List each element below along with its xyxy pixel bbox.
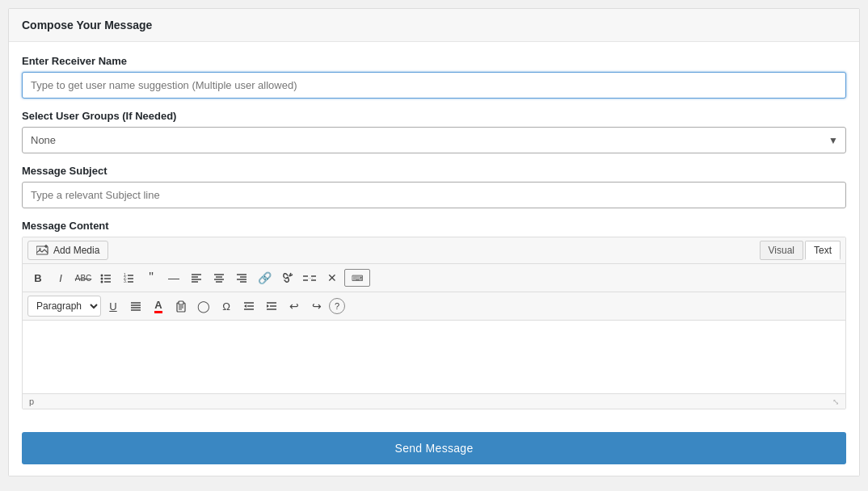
- add-media-icon: [36, 245, 49, 256]
- bold-button[interactable]: B: [27, 267, 48, 288]
- indent-button[interactable]: [261, 296, 282, 317]
- svg-point-8: [101, 281, 103, 283]
- paste-as-text-button[interactable]: [171, 296, 192, 317]
- receiver-group: Enter Receiver Name: [22, 55, 846, 99]
- blockquote-button[interactable]: ": [141, 267, 162, 288]
- compose-panel: Compose Your Message Enter Receiver Name…: [8, 8, 860, 476]
- editor-status-bar: p ⤡: [23, 393, 845, 409]
- text-color-button[interactable]: A: [148, 296, 169, 317]
- editor-content-area[interactable]: [23, 321, 845, 393]
- paragraph-select[interactable]: Paragraph: [27, 296, 101, 317]
- editor-container: Add Media Visual Text B I ABC: [22, 237, 846, 409]
- align-left-icon: [191, 273, 202, 283]
- tab-visual[interactable]: Visual: [760, 241, 803, 260]
- groups-select-wrapper: None ▼: [22, 127, 846, 153]
- strikethrough-button[interactable]: ABC: [73, 267, 94, 288]
- unordered-list-button[interactable]: [95, 267, 116, 288]
- readmore-icon: …: [302, 273, 317, 283]
- editor-tag: p: [29, 397, 34, 406]
- groups-label: Select User Groups (If Needed): [22, 110, 846, 122]
- svg-point-4: [101, 275, 103, 277]
- horizontal-rule-button[interactable]: —: [163, 267, 184, 288]
- add-media-label: Add Media: [53, 245, 99, 256]
- toolbar-row-1: B I ABC 1.2.3. " —: [23, 264, 845, 292]
- justify-icon: [130, 301, 141, 311]
- outdent-button[interactable]: [238, 296, 259, 317]
- tab-text[interactable]: Text: [805, 241, 841, 260]
- paste-icon: [175, 300, 187, 313]
- toolbar-row-2: Paragraph U A ◯ Ω: [23, 292, 845, 321]
- page-wrapper: Compose Your Message Enter Receiver Name…: [0, 0, 868, 491]
- unordered-list-icon: [100, 272, 112, 283]
- special-char-button[interactable]: Ω: [216, 296, 237, 317]
- visual-text-tabs: Visual Text: [760, 241, 841, 260]
- compose-title: Compose Your Message: [22, 19, 846, 31]
- content-group: Message Content: [22, 220, 846, 409]
- svg-text:…: …: [309, 275, 314, 279]
- toolbar-toggle-button[interactable]: ✕: [322, 267, 343, 288]
- compose-body: Enter Receiver Name Select User Groups (…: [9, 42, 859, 409]
- groups-group: Select User Groups (If Needed) None ▼: [22, 110, 846, 153]
- align-center-button[interactable]: [209, 267, 230, 288]
- undo-button[interactable]: ↩: [284, 296, 305, 317]
- indent-icon: [266, 301, 277, 311]
- groups-select[interactable]: None: [22, 127, 846, 153]
- italic-button[interactable]: I: [50, 267, 71, 288]
- content-label: Message Content: [22, 220, 846, 232]
- receiver-input[interactable]: [22, 72, 846, 99]
- clear-formatting-button[interactable]: ◯: [193, 296, 214, 317]
- svg-point-6: [101, 278, 103, 280]
- svg-rect-41: [179, 301, 183, 304]
- align-right-button[interactable]: [231, 267, 252, 288]
- align-center-icon: [213, 273, 225, 283]
- insert-readmore-button[interactable]: …: [299, 267, 320, 288]
- insert-link-button[interactable]: 🔗: [254, 267, 275, 288]
- align-left-button[interactable]: [186, 267, 207, 288]
- editor-top-bar: Add Media Visual Text: [23, 237, 845, 264]
- svg-point-1: [39, 248, 40, 250]
- send-button-wrapper: Send Message: [9, 421, 859, 476]
- send-message-button[interactable]: Send Message: [22, 432, 846, 464]
- svg-text:3.: 3.: [124, 279, 127, 283]
- ordered-list-button[interactable]: 1.2.3.: [118, 267, 139, 288]
- receiver-label: Enter Receiver Name: [22, 55, 846, 67]
- add-media-button[interactable]: Add Media: [27, 241, 108, 260]
- ordered-list-icon: 1.2.3.: [123, 272, 134, 283]
- remove-link-icon: [280, 272, 293, 283]
- resize-handle[interactable]: ⤡: [832, 397, 839, 406]
- redo-button[interactable]: ↪: [306, 296, 327, 317]
- subject-group: Message Subject: [22, 165, 846, 208]
- justify-button[interactable]: [125, 296, 146, 317]
- remove-link-button[interactable]: [276, 267, 297, 288]
- help-button[interactable]: ?: [329, 298, 345, 314]
- underline-button[interactable]: U: [103, 296, 124, 317]
- keyboard-shortcuts-button[interactable]: ⌨: [344, 269, 370, 287]
- compose-header: Compose Your Message: [9, 9, 859, 42]
- outdent-icon: [243, 301, 255, 311]
- subject-input[interactable]: [22, 182, 846, 208]
- align-right-icon: [236, 273, 247, 283]
- subject-label: Message Subject: [22, 165, 846, 177]
